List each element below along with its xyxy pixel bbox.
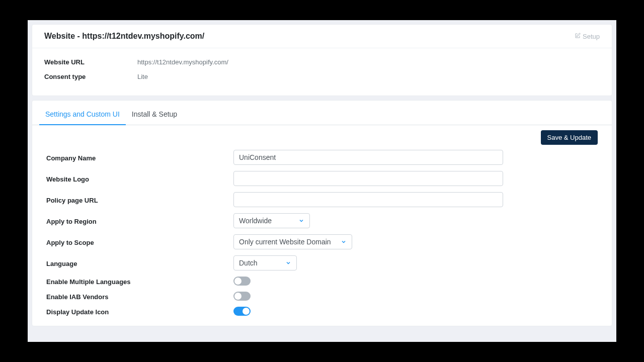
setup-link-label: Setup	[583, 33, 600, 40]
consent-type-label: Consent type	[44, 73, 137, 80]
apply-region-label: Apply to Region	[46, 217, 233, 225]
display-update-icon-toggle[interactable]	[233, 307, 251, 316]
company-name-label: Company Name	[46, 153, 233, 162]
website-url-label: Website URL	[44, 58, 137, 66]
save-button[interactable]: Save & Update	[541, 130, 598, 145]
multi-language-label: Enable Multiple Languages	[46, 277, 233, 286]
apply-scope-label: Apply to Scope	[46, 238, 233, 246]
edit-icon	[575, 33, 581, 40]
language-value: Dutch	[239, 259, 258, 267]
consent-type-value: Lite	[137, 73, 148, 80]
website-logo-label: Website Logo	[46, 174, 233, 183]
chevron-down-icon	[298, 218, 304, 224]
page-title: Website - https://t12ntdev.myshopify.com…	[44, 32, 204, 41]
tab-settings[interactable]: Settings and Custom UI	[39, 103, 126, 125]
apply-region-select[interactable]: Worldwide	[233, 213, 310, 228]
website-url-value: https://t12ntdev.myshopify.com/	[137, 58, 228, 66]
chevron-down-icon	[285, 260, 291, 266]
apply-scope-select[interactable]: Only current Website Domain	[233, 234, 352, 249]
company-name-input[interactable]	[233, 150, 503, 165]
language-select[interactable]: Dutch	[233, 255, 297, 270]
policy-url-input[interactable]	[233, 192, 503, 207]
setup-link[interactable]: Setup	[575, 33, 600, 40]
display-update-icon-label: Display Update Icon	[46, 307, 233, 316]
apply-region-value: Worldwide	[239, 217, 272, 225]
iab-vendors-toggle[interactable]	[233, 292, 251, 301]
apply-scope-value: Only current Website Domain	[239, 238, 331, 246]
iab-vendors-label: Enable IAB Vendors	[46, 292, 233, 301]
multi-language-toggle[interactable]	[233, 277, 251, 286]
language-label: Language	[46, 259, 233, 267]
policy-url-label: Policy page URL	[46, 196, 233, 204]
tab-install[interactable]: Install & Setup	[126, 103, 183, 125]
website-logo-input[interactable]	[233, 171, 503, 186]
chevron-down-icon	[341, 239, 347, 245]
